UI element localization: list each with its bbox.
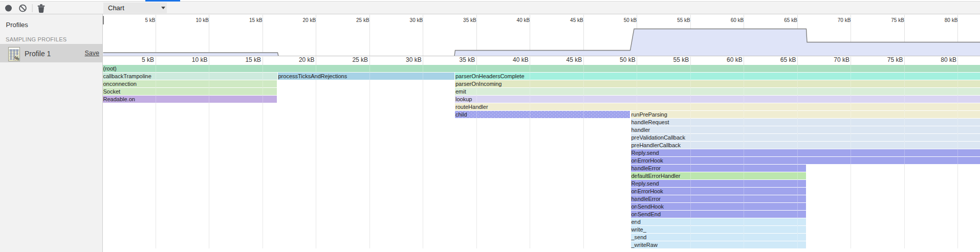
svg-text:%: % — [15, 56, 19, 61]
